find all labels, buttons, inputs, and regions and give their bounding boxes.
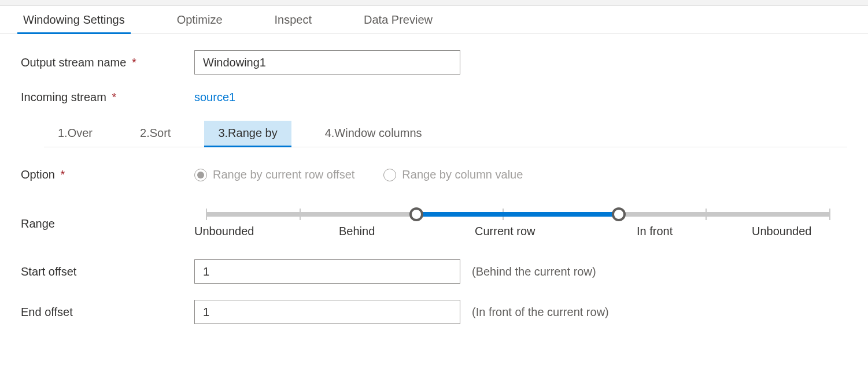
required-asterisk: * (61, 168, 65, 181)
radio-offset-label: Range by current row offset (213, 168, 354, 181)
range-tick (829, 209, 830, 220)
range-label-in-front: In front (637, 225, 673, 238)
radio-group-option: Range by current row offset Range by col… (194, 168, 523, 181)
label-option: Option * (21, 168, 194, 181)
range-tick (300, 209, 301, 220)
row-incoming-stream: Incoming stream * source1 (21, 91, 847, 104)
label-incoming-stream-text: Incoming stream (21, 91, 106, 103)
label-end-offset: End offset (21, 306, 194, 319)
input-output-stream-name[interactable] (194, 50, 460, 75)
content-area: Output stream name * Incoming stream * s… (0, 34, 868, 356)
range-track[interactable] (206, 212, 830, 217)
subtab-range-by[interactable]: 3.Range by (204, 121, 291, 147)
sub-tab-bar: 1.Over 2.Sort 3.Range by 4.Window column… (44, 120, 847, 147)
label-output-stream-text: Output stream name (21, 56, 126, 69)
row-end-offset: End offset (In front of the current row) (21, 300, 847, 324)
range-selected-track (416, 212, 619, 217)
radio-column-label: Range by column value (402, 168, 523, 181)
radio-range-by-offset[interactable]: Range by current row offset (194, 168, 354, 181)
range-tick (706, 209, 707, 220)
hint-start-offset: (Behind the current row) (472, 265, 596, 278)
hint-end-offset: (In front of the current row) (472, 306, 609, 319)
label-range: Range (21, 198, 194, 230)
row-output-stream: Output stream name * (21, 50, 847, 75)
range-handle-end[interactable] (612, 207, 626, 221)
range-label-unbounded-right: Unbounded (752, 225, 811, 238)
range-label-unbounded-left: Unbounded (194, 225, 254, 238)
subtab-over[interactable]: 1.Over (44, 121, 106, 147)
label-incoming-stream: Incoming stream * (21, 91, 194, 104)
range-handle-start[interactable] (409, 207, 423, 221)
subtab-sort[interactable]: 2.Sort (126, 121, 184, 147)
subtab-window-columns[interactable]: 4.Window columns (311, 121, 436, 147)
label-option-text: Option (21, 168, 55, 181)
required-asterisk: * (132, 56, 136, 69)
range-label-current-row: Current row (475, 225, 535, 238)
row-option: Option * Range by current row offset Ran… (21, 168, 847, 181)
input-start-offset[interactable] (194, 259, 460, 284)
tab-inspect[interactable]: Inspect (269, 6, 317, 34)
range-label-behind: Behind (339, 225, 375, 238)
section-range-by: Option * Range by current row offset Ran… (21, 147, 847, 324)
radio-circle-icon (194, 169, 207, 181)
range-tick (206, 209, 207, 220)
tab-windowing-settings[interactable]: Windowing Settings (17, 6, 131, 34)
main-tab-bar: Windowing Settings Optimize Inspect Data… (0, 6, 868, 34)
radio-range-by-column[interactable]: Range by column value (383, 168, 523, 181)
required-asterisk: * (112, 91, 116, 103)
range-slider-area: Unbounded Behind Current row In front Un… (194, 212, 847, 217)
tab-data-preview[interactable]: Data Preview (358, 6, 438, 34)
top-bar (0, 0, 868, 6)
radio-circle-icon (383, 169, 396, 181)
tab-optimize[interactable]: Optimize (171, 6, 228, 34)
row-start-offset: Start offset (Behind the current row) (21, 259, 847, 284)
input-end-offset[interactable] (194, 300, 460, 324)
label-start-offset: Start offset (21, 265, 194, 278)
label-output-stream: Output stream name * (21, 56, 194, 69)
link-incoming-stream[interactable]: source1 (194, 91, 235, 104)
